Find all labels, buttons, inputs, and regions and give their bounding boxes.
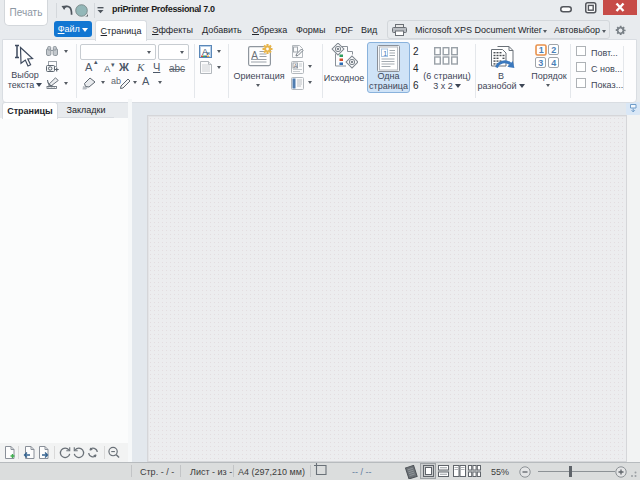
svg-text:я: я — [207, 50, 210, 56]
svg-text:1: 1 — [383, 50, 387, 57]
svg-text:4: 4 — [551, 58, 556, 68]
svg-text:3: 3 — [538, 58, 543, 68]
svg-text:1: 1 — [539, 45, 544, 55]
svg-text:А: А — [251, 50, 258, 61]
svg-text:2: 2 — [551, 45, 556, 55]
svg-text:А: А — [294, 63, 298, 69]
